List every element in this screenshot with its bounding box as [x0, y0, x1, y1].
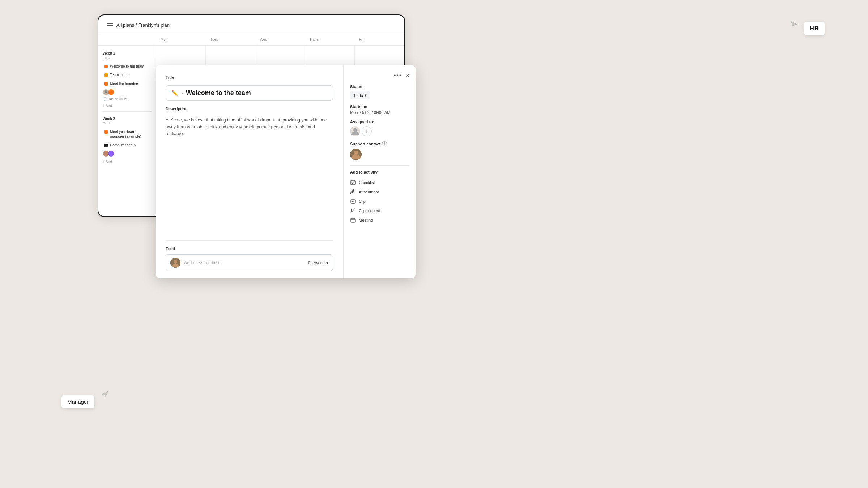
task-detail-modal: Title ✏️ ▾ Welcome to the team Descripti…: [156, 65, 416, 278]
task-name-computer: Computer setup: [110, 143, 136, 147]
clip-icon: [350, 198, 356, 204]
task-computer[interactable]: Computer setup: [100, 141, 154, 149]
breadcrumb: All plans / Franklyn's plan: [116, 22, 170, 28]
checklist-icon: [350, 180, 356, 185]
task-icon-founders: [104, 82, 108, 86]
week1-add[interactable]: + Add: [98, 102, 156, 109]
task-name-manager: Meet your team manager (example): [110, 129, 150, 139]
clip-request-label: Clip request: [359, 209, 380, 213]
task-icon-welcome: [104, 65, 108, 68]
close-button[interactable]: ×: [405, 72, 409, 79]
svg-rect-10: [351, 218, 355, 222]
svg-marker-11: [791, 21, 797, 27]
title-chevron-icon: ▾: [181, 91, 183, 95]
title-input-row[interactable]: ✏️ ▾ Welcome to the team: [166, 85, 333, 101]
svg-point-2: [174, 260, 177, 264]
feed-input[interactable]: Add message here: [184, 260, 305, 265]
pencil-icon: ✏️: [171, 90, 178, 97]
add-assignee-button[interactable]: +: [362, 126, 372, 136]
status-chevron-icon: ▾: [365, 93, 367, 98]
task-name-welcome: Welcome to the team: [110, 64, 144, 69]
due-date: 🕐 Due on Jul 21: [98, 97, 156, 102]
title-section-label: Title: [166, 75, 333, 80]
select-chevron: ▾: [326, 261, 328, 265]
week2-date: Oct 9: [98, 121, 156, 127]
status-value: To do: [353, 93, 363, 98]
manager-floating-label: Manager: [61, 395, 94, 408]
meeting-icon: [350, 217, 356, 223]
feed-label: Feed: [166, 247, 333, 251]
cal-spacer: [98, 36, 156, 43]
cal-tues: Tues: [206, 36, 255, 43]
task-founders[interactable]: Meet the founders: [100, 80, 154, 88]
window-header: All plans / Franklyn's plan: [98, 15, 404, 34]
week-divider: [103, 111, 152, 112]
cal-thurs: Thurs: [305, 36, 355, 43]
task-name-lunch: Team lunch: [110, 73, 128, 77]
clip-request-icon: [350, 208, 356, 214]
week1-date: Oct 2: [98, 56, 156, 62]
attachment-label: Attachment: [359, 190, 379, 194]
avatar-person2: [108, 89, 114, 95]
cal-wed: Wed: [255, 36, 305, 43]
hr-cursor-arrow: [790, 21, 797, 29]
clip-label: Clip: [359, 199, 366, 204]
activity-meeting[interactable]: Meeting: [350, 215, 409, 225]
task-manager[interactable]: Meet your team manager (example): [100, 128, 154, 141]
starts-on-value: Mon, Oct 2, 10H00 AM: [350, 110, 409, 115]
activity-clip[interactable]: Clip: [350, 197, 409, 206]
info-icon: i: [382, 141, 387, 146]
assigned-to-label: Assigned to:: [350, 120, 409, 124]
cal-fri: Fri: [355, 36, 404, 43]
status-label: Status: [350, 85, 409, 89]
activity-clip-request[interactable]: Clip request: [350, 206, 409, 215]
checklist-label: Checklist: [359, 180, 375, 185]
founders-assignees: [98, 88, 156, 97]
week2-label: Week 2: [98, 114, 156, 121]
starts-on-label: Starts on: [350, 104, 409, 109]
week2-add[interactable]: + Add: [98, 158, 156, 165]
activity-attachment[interactable]: Attachment: [350, 187, 409, 197]
support-contact-avatar: [350, 149, 362, 160]
feed-section: Feed Add message here Everyone ▾: [166, 240, 333, 271]
feed-input-row[interactable]: Add message here Everyone ▾: [166, 254, 333, 271]
task-icon-lunch: [104, 73, 108, 77]
avatar-computer2: [108, 150, 114, 157]
assignee-avatar-1: [350, 126, 360, 136]
svg-marker-12: [102, 391, 108, 397]
task-welcome[interactable]: Welcome to the team: [100, 62, 154, 70]
modal-top-actions: ••• ×: [350, 72, 409, 79]
task-lunch[interactable]: Team lunch: [100, 71, 154, 79]
everyone-select[interactable]: Everyone ▾: [308, 261, 328, 265]
description-section-label: Description: [166, 107, 333, 111]
hamburger-icon[interactable]: [107, 23, 113, 27]
calendar-header: Mon Tues Wed Thurs Fri: [98, 34, 404, 46]
modal-left-panel: Title ✏️ ▾ Welcome to the team Descripti…: [156, 65, 344, 278]
support-contact-label: Support contact i: [350, 141, 409, 146]
activity-label: Add to activity: [350, 170, 409, 174]
manager-cursor-arrow: [101, 391, 109, 399]
computer-assignees: [98, 150, 156, 158]
assignees-row: +: [350, 126, 409, 136]
feed-user-avatar: [170, 258, 180, 268]
task-icon-computer: [104, 144, 108, 147]
attachment-icon: [350, 189, 356, 195]
hr-floating-label: HR: [804, 22, 825, 35]
description-text: At Acme, we believe that taking time off…: [166, 117, 333, 138]
task-name-founders: Meet the founders: [110, 81, 139, 86]
task-icon-manager: [104, 130, 108, 134]
sidebar-tasks: Week 1 Oct 2 Welcome to the team Team lu…: [98, 46, 156, 210]
activity-checklist[interactable]: Checklist: [350, 178, 409, 187]
meeting-label: Meeting: [359, 218, 373, 222]
spacer: [166, 144, 333, 235]
svg-point-9: [351, 209, 353, 211]
week1-label: Week 1: [98, 48, 156, 56]
section-divider: [350, 165, 409, 166]
modal-title-text: Welcome to the team: [186, 89, 251, 97]
more-options-button[interactable]: •••: [394, 72, 402, 79]
status-badge[interactable]: To do ▾: [350, 91, 370, 99]
cal-mon: Mon: [156, 36, 206, 43]
modal-right-panel: ••• × Status To do ▾ Starts on Mon, Oct …: [344, 65, 416, 278]
